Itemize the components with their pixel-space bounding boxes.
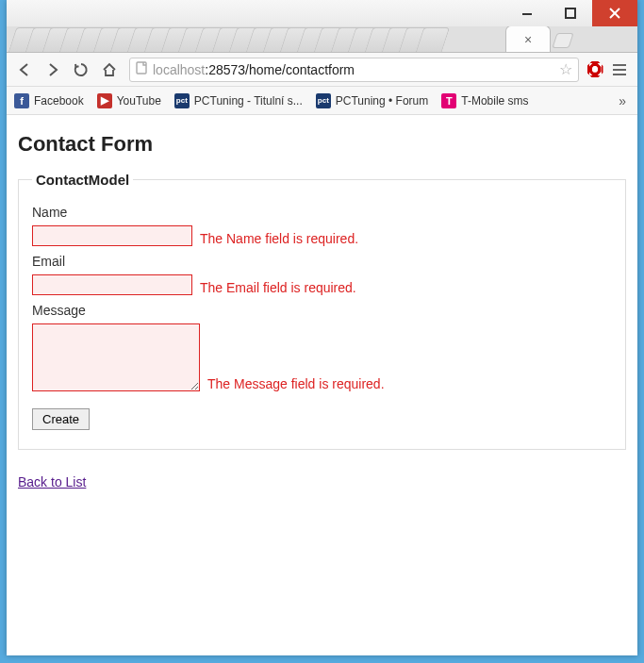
youtube-icon: ▶ xyxy=(97,93,112,108)
create-button[interactable] xyxy=(32,408,90,430)
tmobile-icon: T xyxy=(441,93,456,108)
bookmarks-overflow-button[interactable]: » xyxy=(619,93,630,108)
svg-rect-1 xyxy=(566,8,575,18)
bookmark-label: T-Mobile sms xyxy=(461,94,528,108)
field-name: Name The Name field is required. xyxy=(32,205,612,246)
facebook-icon: f xyxy=(14,93,29,108)
window-titlebar xyxy=(7,0,637,26)
svg-rect-4 xyxy=(137,62,146,74)
bookmark-tmobile[interactable]: T T-Mobile sms xyxy=(441,93,528,108)
forward-button[interactable] xyxy=(41,58,65,82)
home-button[interactable] xyxy=(97,58,122,82)
adblock-icon xyxy=(587,61,603,77)
contact-fieldset: ContactModel Name The Name field is requ… xyxy=(18,172,626,450)
bookmarks-bar: f Facebook ▶ YouTube pct PCTuning - Titu… xyxy=(7,87,637,115)
adblock-extension-icon[interactable] xyxy=(586,61,603,78)
field-message: Message The Message field is required. xyxy=(32,303,612,391)
tab-close-icon[interactable]: × xyxy=(524,32,532,47)
bookmark-label: Facebook xyxy=(34,94,84,108)
active-tab[interactable]: × xyxy=(505,26,551,53)
page-title: Contact Form xyxy=(18,132,626,157)
back-button[interactable] xyxy=(12,58,37,82)
bookmark-youtube[interactable]: ▶ YouTube xyxy=(97,93,161,108)
pctuning-icon: pct xyxy=(174,93,190,108)
browser-window: × localhost:28573/home/contactform ☆ xyxy=(7,0,637,655)
url-path: :28573/home/contactform xyxy=(205,62,355,77)
url-text: localhost:28573/home/contactform xyxy=(153,62,553,77)
background-tabs xyxy=(12,27,437,52)
field-email: Email The Email field is required. xyxy=(32,254,612,295)
bookmark-pctuning-home[interactable]: pct PCTuning - Titulní s... xyxy=(174,93,303,108)
bookmark-label: YouTube xyxy=(117,94,161,108)
new-tab-button[interactable] xyxy=(552,33,573,48)
name-label: Name xyxy=(32,205,612,220)
name-input[interactable] xyxy=(32,225,192,246)
message-label: Message xyxy=(32,303,612,318)
window-maximize-button[interactable] xyxy=(549,0,592,26)
message-error: The Message field is required. xyxy=(207,376,385,391)
bookmark-label: PCTuning • Forum xyxy=(336,94,428,108)
email-input[interactable] xyxy=(32,274,192,295)
window-minimize-button[interactable] xyxy=(505,0,549,26)
bookmark-star-icon[interactable]: ☆ xyxy=(559,60,572,78)
message-textarea[interactable] xyxy=(32,323,200,391)
page-icon xyxy=(136,61,147,77)
fieldset-legend: ContactModel xyxy=(32,172,133,188)
url-host: localhost xyxy=(153,62,205,77)
chrome-menu-button[interactable] xyxy=(607,58,632,82)
bookmark-label: PCTuning - Titulní s... xyxy=(194,94,303,108)
tab-strip: × xyxy=(7,26,637,53)
bookmark-facebook[interactable]: f Facebook xyxy=(14,93,84,108)
window-close-button[interactable] xyxy=(592,0,637,26)
email-error: The Email field is required. xyxy=(200,280,356,295)
pctuning-icon: pct xyxy=(316,93,331,108)
reload-button[interactable] xyxy=(69,58,93,82)
name-error: The Name field is required. xyxy=(200,231,358,246)
back-to-list-link[interactable]: Back to List xyxy=(18,474,86,489)
submit-row xyxy=(32,408,612,430)
svg-rect-0 xyxy=(522,13,532,15)
page-content: Contact Form ContactModel Name The Name … xyxy=(7,115,637,655)
address-bar[interactable]: localhost:28573/home/contactform ☆ xyxy=(129,58,579,82)
bookmark-pctuning-forum[interactable]: pct PCTuning • Forum xyxy=(316,93,428,108)
nav-toolbar: localhost:28573/home/contactform ☆ xyxy=(7,53,637,87)
email-label: Email xyxy=(32,254,612,269)
